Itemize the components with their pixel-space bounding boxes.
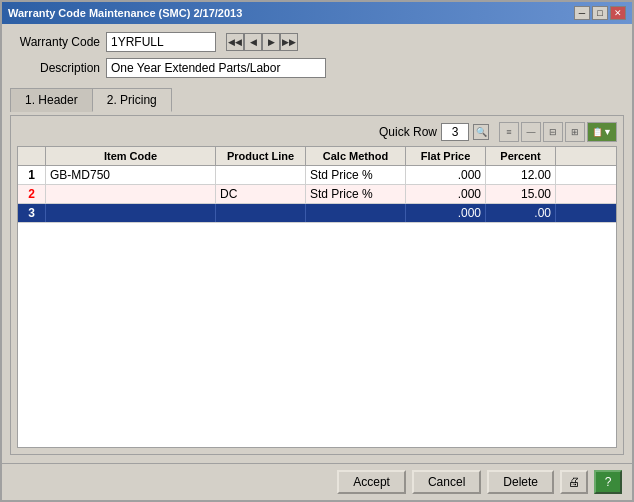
title-bar: Warranty Code Maintenance (SMC) 2/17/201…: [2, 2, 632, 24]
cell-percent-2: 15.00: [486, 185, 556, 203]
nav-last-button[interactable]: ▶▶: [280, 33, 298, 51]
col-header-calc-method: Calc Method: [306, 147, 406, 165]
grid-tool-btn-export[interactable]: 📋▼: [587, 122, 617, 142]
col-header-flat-price: Flat Price: [406, 147, 486, 165]
cell-product-line-1: [216, 166, 306, 184]
delete-button[interactable]: Delete: [487, 470, 554, 494]
cancel-button[interactable]: Cancel: [412, 470, 481, 494]
cell-calc-method-2: Std Price %: [306, 185, 406, 203]
cell-product-line-3: [216, 204, 306, 222]
cell-percent-3: .00: [486, 204, 556, 222]
close-button[interactable]: ✕: [610, 6, 626, 20]
cell-item-code-3: [46, 204, 216, 222]
data-grid: Item Code Product Line Calc Method Flat …: [17, 146, 617, 448]
cell-flat-price-2: .000: [406, 185, 486, 203]
nav-first-button[interactable]: ◀◀: [226, 33, 244, 51]
table-row[interactable]: 2 DC Std Price % .000 15.00: [18, 185, 616, 204]
quick-row-label: Quick Row: [379, 125, 437, 139]
description-label: Description: [10, 61, 100, 75]
tab-header[interactable]: 1. Header: [10, 88, 93, 112]
help-button[interactable]: ?: [594, 470, 622, 494]
content-area: Warranty Code ◀◀ ◀ ▶ ▶▶ Description 1. H…: [2, 24, 632, 463]
print-button[interactable]: 🖨: [560, 470, 588, 494]
description-input[interactable]: [106, 58, 326, 78]
cell-row-num-1: 1: [18, 166, 46, 184]
print-icon: 🖨: [568, 475, 580, 489]
grid-header: Item Code Product Line Calc Method Flat …: [18, 147, 616, 166]
nav-prev-button[interactable]: ◀: [244, 33, 262, 51]
nav-next-button[interactable]: ▶: [262, 33, 280, 51]
warranty-code-input[interactable]: [106, 32, 216, 52]
grid-tool-btn-4[interactable]: ⊞: [565, 122, 585, 142]
cell-item-code-1: GB-MD750: [46, 166, 216, 184]
grid-tool-btn-1[interactable]: ≡: [499, 122, 519, 142]
help-icon: ?: [605, 475, 612, 489]
table-row[interactable]: 1 GB-MD750 Std Price % .000 12.00: [18, 166, 616, 185]
cell-row-num-2: 2: [18, 185, 46, 203]
col-header-percent: Percent: [486, 147, 556, 165]
quick-row-area: Quick Row 🔍: [379, 123, 489, 141]
minimize-button[interactable]: ─: [574, 6, 590, 20]
cell-calc-method-3: [306, 204, 406, 222]
warranty-code-row: Warranty Code ◀◀ ◀ ▶ ▶▶: [10, 32, 624, 52]
grid-tool-btn-2[interactable]: —: [521, 122, 541, 142]
quick-row-search-icon[interactable]: 🔍: [473, 124, 489, 140]
col-header-product-line: Product Line: [216, 147, 306, 165]
tabs: 1. Header 2. Pricing: [10, 88, 624, 112]
description-row: Description: [10, 58, 624, 78]
warranty-code-label: Warranty Code: [10, 35, 100, 49]
cell-flat-price-3: .000: [406, 204, 486, 222]
window-title: Warranty Code Maintenance (SMC) 2/17/201…: [8, 7, 242, 19]
grid-toolbar: ≡ — ⊟ ⊞ 📋▼: [499, 122, 617, 142]
cell-flat-price-1: .000: [406, 166, 486, 184]
maximize-button[interactable]: □: [592, 6, 608, 20]
table-row[interactable]: 3 .000 .00: [18, 204, 616, 223]
cell-item-code-2: [46, 185, 216, 203]
grid-tool-btn-3[interactable]: ⊟: [543, 122, 563, 142]
accept-button[interactable]: Accept: [337, 470, 406, 494]
toolbar-row: Quick Row 🔍 ≡ — ⊟ ⊞ 📋▼: [17, 122, 617, 142]
cell-percent-1: 12.00: [486, 166, 556, 184]
cell-calc-method-1: Std Price %: [306, 166, 406, 184]
bottom-bar: Accept Cancel Delete 🖨 ?: [2, 463, 632, 500]
main-window: Warranty Code Maintenance (SMC) 2/17/201…: [0, 0, 634, 502]
col-header-item-code: Item Code: [46, 147, 216, 165]
cell-product-line-2: DC: [216, 185, 306, 203]
quick-row-input[interactable]: [441, 123, 469, 141]
col-header-rownum: [18, 147, 46, 165]
title-bar-buttons: ─ □ ✕: [574, 6, 626, 20]
tab-panel-pricing: Quick Row 🔍 ≡ — ⊟ ⊞ 📋▼ Item Code: [10, 115, 624, 455]
tab-pricing[interactable]: 2. Pricing: [92, 88, 172, 112]
cell-row-num-3: 3: [18, 204, 46, 222]
nav-buttons: ◀◀ ◀ ▶ ▶▶: [226, 33, 298, 51]
